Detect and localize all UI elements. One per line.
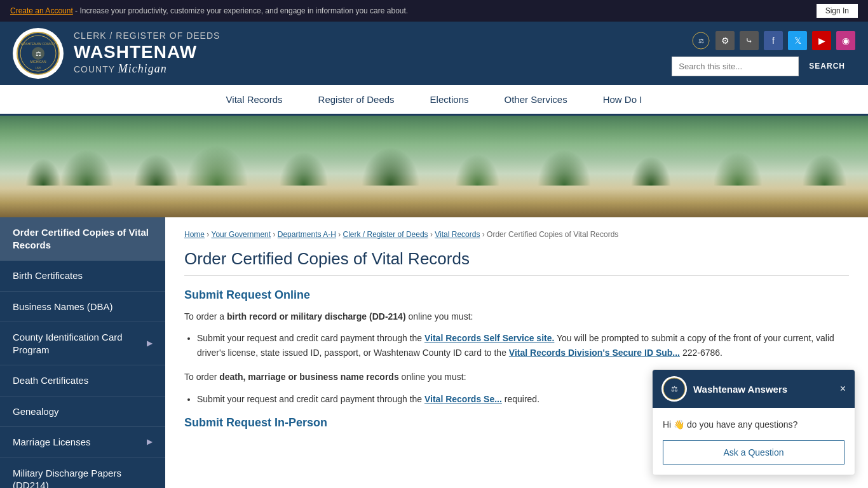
para1-post: online you must: [406, 311, 473, 322]
svg-text:⚖: ⚖ [698, 37, 704, 44]
sidebar-item-death-certificates[interactable]: Death Certificates [0, 365, 165, 396]
sidebar-item-label: Order Certified Copies of Vital Records [13, 226, 153, 251]
nav-item-vital-records[interactable]: Vital Records [208, 85, 301, 116]
breadcrumb-sep: › [338, 230, 342, 239]
bullet-item-1: Submit your request and credit card paym… [197, 331, 849, 360]
search-bar: SEARCH [672, 57, 855, 76]
breadcrumb-vital-records[interactable]: Vital Records [435, 230, 480, 239]
para1-bold: birth record or military discharge (DD-2… [227, 311, 406, 322]
nav-item-register-of-deeds[interactable]: Register of Deeds [301, 85, 412, 116]
chat-greeting: Hi 👋 do you have any questions? [663, 418, 844, 431]
svg-text:WASHTENAW COUNTY: WASHTENAW COUNTY [20, 42, 56, 46]
twitter-icon-button[interactable]: 𝕏 [788, 31, 807, 50]
sidebar: Order Certified Copies of Vital Records … [0, 217, 165, 488]
svg-text:MICHIGAN: MICHIGAN [31, 60, 46, 64]
breadcrumb-clerk[interactable]: Clerk / Register of Deeds [343, 230, 428, 239]
search-button[interactable]: SEARCH [799, 57, 855, 76]
sign-in-button[interactable]: Sign In [817, 4, 858, 18]
sidebar-item-label: Business Names (DBA) [13, 301, 113, 313]
bullet1-end: 222-6786. [682, 348, 722, 358]
sidebar-item-birth-certificates[interactable]: Birth Certificates [0, 261, 165, 292]
section1-title: Submit Request Online [184, 288, 849, 302]
header-left: WASHTENAW COUNTY MICHIGAN 1826 ⚖ CLERK /… [13, 28, 220, 79]
vital-records-link-2[interactable]: Vital Records Division's Secure ID Sub..… [509, 348, 680, 358]
settings-icon-button[interactable]: ⚙ [715, 31, 735, 50]
create-account-link[interactable]: Create an Account [10, 6, 73, 15]
sidebar-item-order-copies[interactable]: Order Certified Copies of Vital Records [0, 217, 165, 261]
youtube-icon-button[interactable]: ▶ [812, 31, 831, 50]
sidebar-item-label: Marriage Licenses [13, 436, 91, 449]
page-title: Order Certified Copies of Vital Records [184, 249, 849, 276]
state-label: COUNTY Michigan [74, 62, 220, 76]
bullet2-post: required. [505, 394, 539, 404]
vital-records-link-3[interactable]: Vital Records Se... [424, 394, 502, 404]
instagram-icon-button[interactable]: ◉ [836, 31, 855, 50]
sidebar-item-label: Genealogy [13, 405, 59, 418]
search-input[interactable] [672, 57, 799, 76]
sidebar-item-military-discharge[interactable]: Military Discharge Papers (DD214) [0, 458, 165, 489]
nav-item-elections[interactable]: Elections [412, 85, 487, 116]
top-bar-message: Create an Account - Increase your produc… [10, 6, 408, 15]
sidebar-item-business-names[interactable]: Business Names (DBA) [0, 292, 165, 323]
svg-text:1826: 1826 [36, 66, 42, 69]
para2-post: online you must: [399, 372, 466, 382]
main-nav: Vital Records Register of Deeds Election… [0, 85, 868, 116]
chat-body: Hi 👋 do you have any questions? Ask a Qu… [653, 408, 855, 475]
top-bar: Create an Account - Increase your produc… [0, 0, 868, 22]
vital-records-link-1[interactable]: Vital Records Self Service site. [424, 333, 554, 343]
header-right: ⚖ ⚙ ⤷ f 𝕏 ▶ ◉ SEARCH [672, 31, 855, 76]
para1-pre: To order a [184, 311, 227, 322]
breadcrumb-sep: › [482, 230, 487, 239]
svg-text:⚖: ⚖ [671, 384, 678, 393]
chat-widget: ⚖ Washtenaw Answers × Hi 👋 do you have a… [652, 369, 855, 475]
sidebar-item-county-id[interactable]: County Identification Card Program ▶ [0, 322, 165, 365]
bullet1-pre: Submit your request and credit card paym… [197, 333, 424, 343]
header: WASHTENAW COUNTY MICHIGAN 1826 ⚖ CLERK /… [0, 22, 868, 85]
top-bar-tagline: - Increase your productivity, customize … [75, 6, 408, 15]
breadcrumb: Home › Your Government › Departments A-H… [184, 230, 849, 239]
sidebar-item-label: Military Discharge Papers (DD214) [13, 467, 153, 489]
hero-image [0, 116, 868, 217]
para2-pre: To order [184, 372, 219, 382]
share-icon-button[interactable]: ⤷ [740, 31, 759, 50]
sidebar-item-marriage-licenses[interactable]: Marriage Licenses ▶ [0, 427, 165, 458]
chat-close-button[interactable]: × [840, 383, 846, 395]
para1: To order a birth record or military disc… [184, 309, 849, 323]
hero-overlay [0, 192, 868, 217]
sidebar-item-genealogy[interactable]: Genealogy [0, 396, 165, 428]
chat-logo: ⚖ [661, 376, 687, 402]
county-label: WASHTENAW [74, 41, 220, 63]
dept-label: CLERK / REGISTER OF DEEDS [74, 30, 220, 41]
nav-item-other-services[interactable]: Other Services [486, 85, 585, 116]
breadcrumb-departments[interactable]: Departments A-H [278, 230, 336, 239]
facebook-icon-button[interactable]: f [764, 31, 783, 50]
chat-title: Washtenaw Answers [693, 384, 787, 395]
breadcrumb-current: Order Certified Copies of Vital Records [487, 230, 618, 239]
bullet-list-1: Submit your request and credit card paym… [184, 331, 849, 360]
sidebar-item-label: Birth Certificates [13, 269, 83, 282]
header-title: CLERK / REGISTER OF DEEDS WASHTENAW COUN… [74, 30, 220, 76]
nav-item-how-do-i[interactable]: How Do I [585, 85, 660, 116]
chevron-right-icon: ▶ [147, 437, 153, 447]
svg-text:⚖: ⚖ [36, 50, 41, 57]
sidebar-item-label: Death Certificates [13, 374, 88, 387]
chevron-right-icon: ▶ [147, 339, 153, 349]
breadcrumb-sep: › [273, 230, 277, 239]
para2-bold: death, marriage or business name records [219, 372, 398, 382]
chat-ask-button[interactable]: Ask a Question [663, 440, 844, 464]
bullet2-pre: Submit your request and credit card paym… [197, 394, 424, 404]
county-seal-logo[interactable]: WASHTENAW COUNTY MICHIGAN 1826 ⚖ [13, 28, 64, 79]
state-name: Michigan [118, 62, 167, 75]
sidebar-item-label: County Identification Card Program [13, 331, 147, 356]
breadcrumb-your-government[interactable]: Your Government [211, 230, 271, 239]
seal-icon-button[interactable]: ⚖ [691, 31, 710, 50]
county-sub: COUNTY [74, 64, 115, 74]
chat-header: ⚖ Washtenaw Answers × [653, 370, 855, 408]
header-icons: ⚖ ⚙ ⤷ f 𝕏 ▶ ◉ [691, 31, 855, 50]
breadcrumb-home[interactable]: Home [184, 230, 205, 239]
